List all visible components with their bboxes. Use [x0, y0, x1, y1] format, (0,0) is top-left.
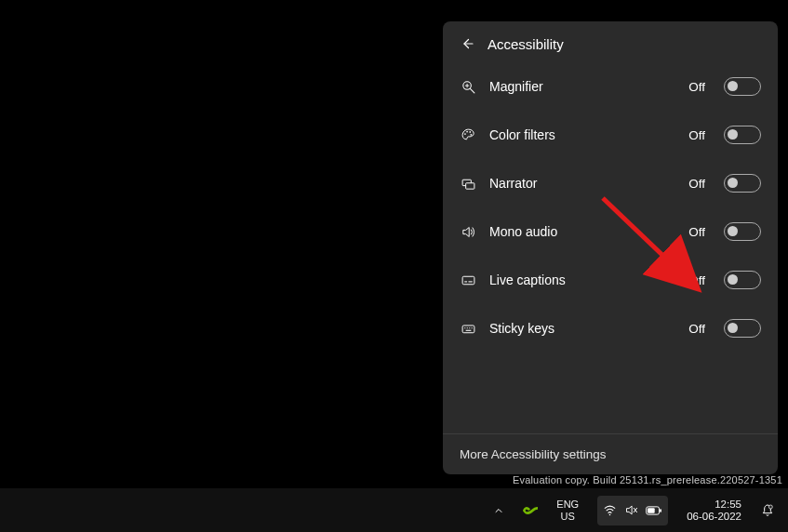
narrator-toggle[interactable]: [724, 174, 761, 193]
color-filters-toggle[interactable]: [724, 126, 761, 144]
row-magnifier[interactable]: Magnifier Off: [443, 62, 778, 111]
svg-point-7: [469, 131, 471, 133]
mono-audio-icon: [460, 223, 476, 240]
lang-top: ENG: [556, 499, 579, 510]
svg-point-5: [464, 133, 466, 135]
clock[interactable]: 12:55 06-06-2022: [679, 488, 749, 532]
toggle-state: Off: [688, 128, 705, 142]
toggle-state: Off: [688, 273, 705, 287]
language-indicator[interactable]: ENG US: [549, 488, 586, 532]
back-arrow-icon: [459, 35, 475, 52]
live-captions-toggle[interactable]: [724, 271, 761, 289]
live-captions-icon: [460, 272, 476, 288]
magnifier-toggle[interactable]: [724, 77, 761, 96]
bell-icon: [760, 503, 775, 518]
svg-point-6: [466, 130, 468, 132]
quick-settings-button[interactable]: [590, 488, 675, 532]
row-narrator[interactable]: Narrator Off: [443, 159, 778, 207]
svg-point-21: [609, 514, 611, 516]
svg-point-27: [768, 505, 772, 509]
svg-point-8: [470, 133, 472, 135]
svg-rect-11: [462, 276, 474, 285]
panel-footer: More Accessibility settings: [443, 433, 778, 474]
toggle-state: Off: [688, 80, 705, 94]
svg-rect-10: [465, 182, 474, 188]
lang-bottom: US: [556, 511, 579, 522]
volume-muted-icon: [624, 503, 638, 517]
wifi-icon: [603, 503, 617, 517]
clock-date: 06-06-2022: [687, 511, 741, 523]
toggle-state: Off: [688, 322, 705, 336]
svg-rect-25: [660, 509, 661, 512]
toggle-state: Off: [688, 177, 705, 191]
row-label: Live captions: [489, 273, 675, 287]
evaluation-watermark: Evaluation copy. Build 25131.rs_prerelea…: [513, 474, 782, 485]
row-label: Narrator: [489, 176, 675, 191]
svg-line-2: [470, 88, 474, 92]
toggle-state: Off: [688, 225, 705, 239]
row-sticky-keys[interactable]: Sticky keys Off: [443, 304, 778, 352]
narrator-icon: [460, 175, 476, 192]
color-filters-icon: [460, 126, 476, 143]
panel-header: Accessibility: [443, 21, 778, 62]
row-live-captions[interactable]: Live captions Off: [443, 256, 778, 304]
svg-rect-14: [462, 325, 474, 332]
taskbar: ENG US 12:55 06-06-2022: [0, 488, 788, 532]
panel-title: Accessibility: [487, 36, 564, 52]
row-label: Magnifier: [489, 79, 675, 94]
back-button[interactable]: [458, 34, 476, 53]
accessibility-panel: Accessibility Magnifier Off Color filter…: [443, 21, 778, 474]
row-label: Sticky keys: [489, 321, 675, 336]
more-accessibility-settings-link[interactable]: More Accessibility settings: [460, 447, 761, 461]
row-label: Mono audio: [489, 224, 675, 239]
tray-chevron-up[interactable]: [486, 488, 512, 532]
clock-time: 12:55: [687, 499, 741, 511]
magnifier-icon: [460, 78, 476, 95]
tray-nvidia[interactable]: [515, 488, 545, 532]
battery-icon: [646, 505, 662, 516]
row-color-filters[interactable]: Color filters Off: [443, 111, 778, 159]
nvidia-icon: [523, 505, 538, 516]
row-mono-audio[interactable]: Mono audio Off: [443, 207, 778, 256]
mono-audio-toggle[interactable]: [724, 222, 761, 241]
row-label: Color filters: [489, 127, 675, 142]
sticky-keys-toggle[interactable]: [724, 319, 761, 338]
svg-rect-26: [648, 508, 655, 513]
notifications-button[interactable]: [753, 488, 782, 532]
chevron-up-icon: [493, 505, 504, 516]
sticky-keys-icon: [460, 320, 476, 337]
